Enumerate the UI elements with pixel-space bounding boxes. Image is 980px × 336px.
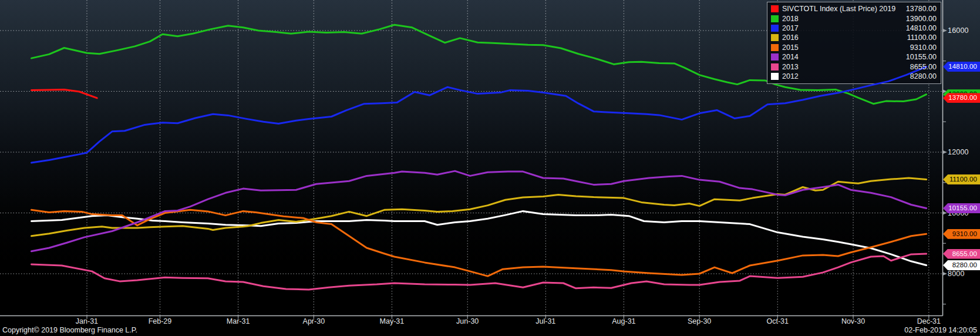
price-flag-2016: 11100.00 xyxy=(943,174,980,184)
legend-swatch-icon xyxy=(771,73,779,80)
bloomberg-seasonal-chart-window: 1600012000100008000 Jan-31Feb-29Mar-31Ap… xyxy=(0,0,980,336)
series-line-2013[interactable] xyxy=(32,254,927,290)
x-axis-label: Jan-31 xyxy=(68,317,106,326)
x-axis-label: Dec-31 xyxy=(910,317,948,326)
x-axis-label: Jun-30 xyxy=(449,317,486,326)
legend-row-2012[interactable]: 20128280.00 xyxy=(771,72,937,81)
legend-swatch-icon xyxy=(771,53,779,61)
legend-swatch-icon xyxy=(771,15,779,22)
legend-row-2013[interactable]: 20138655.00 xyxy=(771,62,937,71)
legend-swatch-icon xyxy=(771,63,779,70)
x-axis-label: Sep-30 xyxy=(681,317,718,326)
legend-series-value: 8280.00 xyxy=(910,72,937,80)
timestamp-text: 02-Feb-2019 14:20:05 xyxy=(904,326,977,334)
legend-series-label: 2014 xyxy=(782,53,799,61)
series-line-2014[interactable] xyxy=(32,171,927,251)
legend-series-label: 2017 xyxy=(782,24,799,32)
copyright-text: Copyright© 2019 Bloomberg Finance L.P. xyxy=(2,326,137,334)
legend-swatch-icon xyxy=(771,34,779,41)
x-axis-label: Apr-30 xyxy=(295,317,332,326)
legend-swatch-icon xyxy=(771,25,779,32)
price-flag-2017: 14810.00 xyxy=(943,62,980,72)
legend-series-label: 2012 xyxy=(782,72,799,80)
x-axis-label: Feb-29 xyxy=(141,317,179,326)
legend-row-2018[interactable]: 201813900.00 xyxy=(771,14,937,23)
y-axis-label: 12000 xyxy=(948,147,979,157)
legend-series-value: 14810.00 xyxy=(906,24,937,32)
legend-series-label: 2013 xyxy=(782,63,799,71)
legend-swatch-icon xyxy=(771,5,779,12)
legend-swatch-icon xyxy=(771,44,779,51)
legend-series-label: SIVCTOTL Index (Last Price) 2019 xyxy=(782,5,895,13)
price-flag-2019: 13780.00 xyxy=(943,93,980,103)
price-flag-2013: 8655.00 xyxy=(943,249,980,259)
legend-series-label: 2018 xyxy=(782,15,799,23)
x-axis-label: Nov-30 xyxy=(834,317,872,326)
legend-row-2019[interactable]: SIVCTOTL Index (Last Price) 201913780.00 xyxy=(771,4,937,14)
legend-row-2017[interactable]: 201714810.00 xyxy=(771,23,937,33)
series-line-2016[interactable] xyxy=(32,178,927,236)
x-axis-label: Jul-31 xyxy=(527,317,564,326)
legend-row-2016[interactable]: 201611100.00 xyxy=(771,33,937,42)
x-axis-label: Aug-31 xyxy=(605,317,642,326)
chart-legend: SIVCTOTL Index (Last Price) 201913780.00… xyxy=(767,2,941,83)
legend-series-value: 10155.00 xyxy=(906,53,937,61)
price-flag-2015: 9310.00 xyxy=(943,229,980,239)
y-axis-label: 8000 xyxy=(948,269,979,278)
legend-series-value: 8655.00 xyxy=(910,63,937,71)
legend-series-label: 2016 xyxy=(782,33,799,42)
x-axis-label: Oct-31 xyxy=(759,317,796,326)
legend-series-value: 11100.00 xyxy=(907,33,937,42)
legend-row-2014[interactable]: 201410155.00 xyxy=(771,52,937,62)
legend-series-value: 9310.00 xyxy=(910,43,937,52)
x-axis-label: May-31 xyxy=(373,317,410,326)
price-flag-2012: 8280.00 xyxy=(943,260,980,270)
legend-series-label: 2015 xyxy=(782,43,799,52)
legend-series-value: 13780.00 xyxy=(906,5,937,13)
legend-series-value: 13900.00 xyxy=(906,15,937,23)
series-line-2019[interactable] xyxy=(32,89,97,98)
y-axis-label: 16000 xyxy=(948,26,979,35)
legend-row-2015[interactable]: 20159310.00 xyxy=(771,43,937,52)
x-axis-label: Mar-31 xyxy=(220,317,257,326)
price-flag-2014: 10155.00 xyxy=(943,203,980,213)
